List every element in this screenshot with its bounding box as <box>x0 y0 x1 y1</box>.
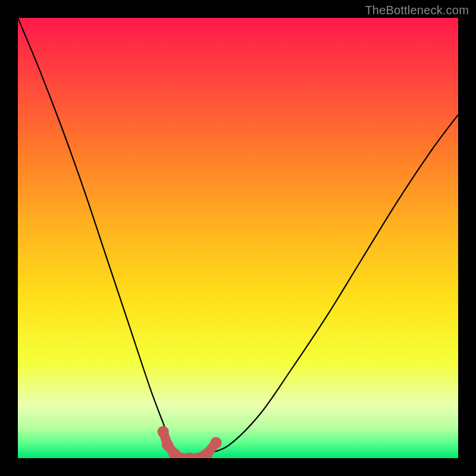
watermark-text: TheBottleneck.com <box>365 4 469 17</box>
marker-dot <box>158 426 169 437</box>
chart-svg <box>18 18 458 458</box>
bottleneck-curve <box>18 18 458 458</box>
optimal-markers <box>158 426 222 458</box>
outer-frame: TheBottleneck.com <box>0 0 476 476</box>
marker-dot <box>210 437 221 448</box>
plot-area <box>18 18 458 458</box>
